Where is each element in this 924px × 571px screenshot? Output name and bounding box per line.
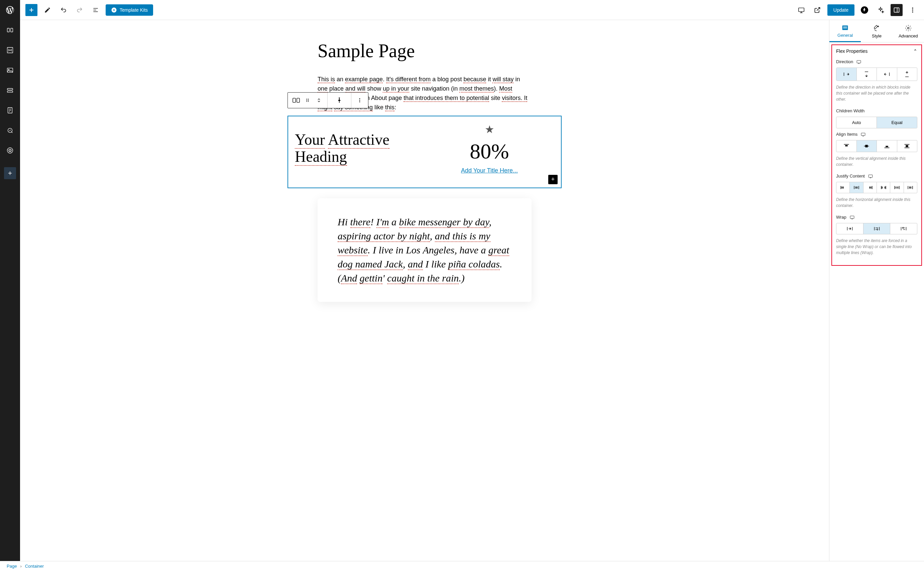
tab-general[interactable]: General xyxy=(829,20,861,42)
children-width-equal-button[interactable]: Equal xyxy=(877,117,917,128)
rail-buttons-icon[interactable] xyxy=(0,80,20,100)
svg-rect-29 xyxy=(843,27,847,28)
wrap-reverse-button[interactable] xyxy=(890,223,917,234)
responsive-icon[interactable] xyxy=(850,215,855,219)
direction-column-reverse-button[interactable] xyxy=(897,68,917,80)
svg-point-22 xyxy=(308,100,309,100)
svg-rect-18 xyxy=(297,98,299,102)
svg-rect-38 xyxy=(884,148,889,148)
move-updown-icon[interactable] xyxy=(314,96,324,105)
svg-rect-63 xyxy=(909,187,910,188)
svg-rect-35 xyxy=(845,145,848,147)
svg-point-20 xyxy=(308,99,309,99)
children-width-auto-button[interactable]: Auto xyxy=(836,117,877,128)
align-end-button[interactable] xyxy=(877,140,897,152)
rail-image-icon[interactable] xyxy=(0,60,20,80)
justify-start-button[interactable] xyxy=(836,182,850,193)
justify-between-button[interactable] xyxy=(877,182,890,193)
rail-heading-icon[interactable] xyxy=(0,40,20,60)
svg-rect-53 xyxy=(872,186,873,189)
wrap-nowrap-button[interactable] xyxy=(836,223,864,234)
svg-rect-6 xyxy=(7,91,13,93)
responsive-icon[interactable] xyxy=(861,133,865,136)
add-block-button[interactable] xyxy=(25,4,37,16)
template-kits-label: Template Kits xyxy=(120,7,148,13)
svg-rect-42 xyxy=(906,145,909,147)
svg-rect-0 xyxy=(7,28,9,32)
wrap-help: Define whether the items are forced in a… xyxy=(836,238,917,256)
sidebar-toggle-icon[interactable] xyxy=(890,4,902,16)
percent-value[interactable]: 80% xyxy=(424,139,554,164)
rail-add-block-button[interactable] xyxy=(4,167,16,179)
justify-end-button[interactable] xyxy=(864,182,877,193)
tab-style[interactable]: Style xyxy=(861,20,892,42)
svg-rect-32 xyxy=(857,60,861,63)
attractive-heading[interactable]: Your Attractive Heading xyxy=(295,131,424,165)
quote-card[interactable]: Hi there! I'm a bike messenger by day, a… xyxy=(318,198,532,302)
editor-canvas[interactable]: Sample Page This is an example page. It'… xyxy=(20,20,829,561)
svg-point-16 xyxy=(912,11,913,12)
responsive-icon[interactable] xyxy=(868,174,873,178)
outline-icon[interactable] xyxy=(89,4,102,16)
svg-rect-33 xyxy=(861,133,865,136)
svg-point-19 xyxy=(307,99,307,99)
svg-rect-48 xyxy=(856,187,856,188)
svg-point-25 xyxy=(359,98,360,99)
direction-row-reverse-button[interactable] xyxy=(877,68,897,80)
svg-rect-1 xyxy=(11,28,13,32)
container-type-icon[interactable] xyxy=(292,96,301,105)
svg-rect-54 xyxy=(881,186,882,189)
rail-cursor-icon[interactable] xyxy=(0,120,20,140)
template-kits-button[interactable]: Template Kits xyxy=(106,5,153,16)
pin-icon[interactable] xyxy=(331,96,347,105)
align-start-button[interactable] xyxy=(836,140,857,152)
svg-point-14 xyxy=(912,7,913,8)
svg-rect-13 xyxy=(894,8,899,12)
rail-star-icon[interactable] xyxy=(0,140,20,160)
block-toolbar[interactable] xyxy=(287,92,369,108)
align-stretch-button[interactable] xyxy=(897,140,917,152)
wordpress-logo[interactable] xyxy=(0,0,20,20)
breadcrumb-container[interactable]: Container xyxy=(25,564,44,569)
justify-evenly-button[interactable] xyxy=(904,182,917,193)
sparkle-icon[interactable] xyxy=(875,4,887,16)
justify-center-button[interactable] xyxy=(850,182,863,193)
rail-document-icon[interactable] xyxy=(0,100,20,120)
rail-columns-icon[interactable] xyxy=(0,20,20,40)
svg-rect-55 xyxy=(882,187,882,188)
star-icon: ★ xyxy=(424,123,554,136)
direction-column-button[interactable] xyxy=(857,68,877,80)
block-more-icon[interactable] xyxy=(355,96,364,105)
redo-icon[interactable] xyxy=(74,4,86,16)
svg-rect-51 xyxy=(870,187,870,188)
wrap-wrap-button[interactable] xyxy=(864,223,890,234)
responsive-icon[interactable] xyxy=(856,60,861,64)
selected-container-block[interactable]: Your Attractive Heading ★ 80% Add Your T… xyxy=(287,116,561,188)
edit-icon[interactable] xyxy=(42,4,54,16)
svg-point-24 xyxy=(308,101,309,102)
svg-rect-66 xyxy=(850,216,854,218)
more-options-icon[interactable] xyxy=(907,4,919,16)
device-preview-icon[interactable] xyxy=(795,4,807,16)
add-child-block-button[interactable]: + xyxy=(548,175,558,184)
justify-around-button[interactable] xyxy=(890,182,904,193)
svg-rect-44 xyxy=(841,186,841,189)
svg-rect-58 xyxy=(894,186,895,189)
breadcrumb-page[interactable]: Page xyxy=(7,564,17,569)
undo-icon[interactable] xyxy=(57,4,69,16)
flex-props-title[interactable]: Flex Properties ⌃ xyxy=(836,48,917,54)
external-link-icon[interactable] xyxy=(811,4,824,16)
update-button[interactable]: Update xyxy=(827,5,855,16)
svg-rect-56 xyxy=(885,187,885,188)
svg-point-31 xyxy=(907,28,909,29)
speed-dial-icon[interactable] xyxy=(858,4,870,16)
svg-rect-30 xyxy=(843,28,847,28)
align-center-button[interactable] xyxy=(857,140,877,152)
tab-advanced[interactable]: Advanced xyxy=(893,20,924,42)
settings-panel: General Style Advanced Flex Properties ⌃… xyxy=(829,20,924,571)
direction-row-button[interactable] xyxy=(836,68,857,80)
page-title[interactable]: Sample Page xyxy=(318,40,532,62)
add-title-link[interactable]: Add Your Title Here... xyxy=(461,167,518,174)
svg-rect-65 xyxy=(912,186,913,189)
drag-handle-icon[interactable] xyxy=(303,96,312,105)
